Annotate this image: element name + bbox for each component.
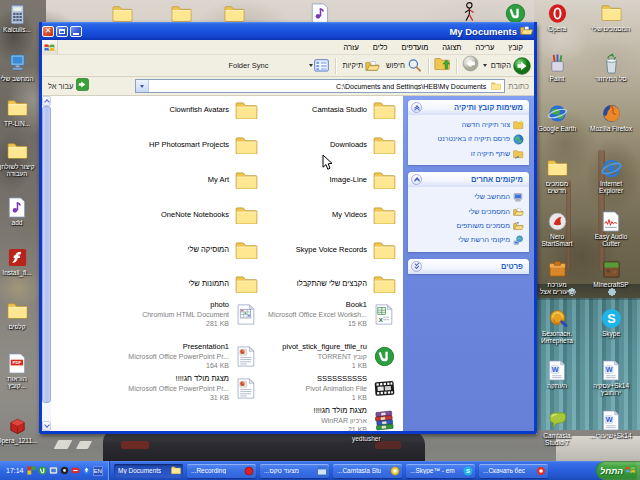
desktop-icon-left-5[interactable]: Install_fl...: [0, 246, 40, 276]
address-field[interactable]: C:\Documents and Settings\HEB\My Documen…: [135, 79, 505, 93]
collapse-chevron-icon[interactable]: [411, 102, 422, 113]
red-msg-tray-icon[interactable]: [71, 466, 80, 475]
desktop-icon-right-14[interactable]: MinecraftSP: [588, 258, 634, 288]
file-tile-r-4[interactable]: Skype Voice Records: [296, 233, 397, 267]
titlebar[interactable]: ✕ My Documents: [39, 22, 537, 40]
file-tile-l-8[interactable]: מצגת מולד חג!!!!Microsoft Office PowerPo…: [128, 371, 259, 405]
section-header[interactable]: מיקומים אחרים: [408, 172, 529, 187]
taskpane-link[interactable]: המחשב שלי: [412, 192, 524, 203]
folder-sync-button[interactable]: Folder Sync: [228, 61, 268, 70]
go-button[interactable]: עבור אל: [42, 77, 93, 95]
clock[interactable]: 17:14: [0, 467, 27, 474]
file-tile-r-5[interactable]: הקבצים שלי שהתקבלו: [297, 267, 397, 301]
views-button[interactable]: [306, 59, 332, 72]
scroll-down-button[interactable]: [42, 421, 51, 431]
black-disc-tray-icon[interactable]: [60, 466, 69, 475]
scrollbar-thumb[interactable]: [42, 106, 51, 403]
file-tile-r-0[interactable]: Camtasia Studio: [312, 96, 397, 127]
desktop-icon-right-1[interactable]: Paint: [534, 52, 580, 82]
collapse-chevron-icon[interactable]: [411, 174, 422, 185]
desktop-icon-right-17[interactable]: W...שיעורי+Sk14: [588, 409, 634, 439]
desktop-icon-left-1[interactable]: המחשב שלי: [0, 52, 40, 82]
file-tile-r-7[interactable]: pivot_stick_figure_tfile_ruקובץ TORRENT1…: [282, 339, 397, 373]
desktop-icon-right-3[interactable]: מסמכיםחדשים: [534, 157, 580, 194]
desktop-icon-right-9[interactable]: המסמכים שלי: [588, 2, 634, 32]
blue-update-tray-icon[interactable]: [82, 466, 91, 475]
address-text[interactable]: C:\Documents and Settings\HEB\My Documen…: [149, 83, 489, 90]
desktop-icon-right-8[interactable]: CamtasiaStudio 7: [534, 409, 580, 446]
desktop-icon-right-7[interactable]: Wהעתקה: [534, 359, 580, 389]
desktop-icon-right-6[interactable]: Безопасн.Интернета: [534, 307, 580, 344]
file-tile-l-1[interactable]: HP Photosmart Projects: [149, 128, 259, 162]
section-header[interactable]: פרטים: [408, 259, 529, 274]
taskbar-button-5[interactable]: ...Скачать бес: [479, 464, 548, 478]
taskpane-link[interactable]: המסמכים שלי: [412, 207, 524, 217]
close-button[interactable]: ✕: [42, 26, 54, 37]
file-tile-l-4[interactable]: המוסיקה שלי: [188, 233, 259, 267]
desktop-icon-left-2[interactable]: TP-LIN...: [0, 97, 40, 127]
folders-button[interactable]: תיקיות: [339, 59, 383, 73]
address-dropdown-button[interactable]: [136, 80, 149, 92]
file-tile-l-2[interactable]: My Art: [208, 163, 259, 197]
file-tile-l-5[interactable]: התמונות שלי: [188, 267, 259, 301]
utorrent-tray-tray-icon[interactable]: [38, 466, 47, 475]
menu-item-4[interactable]: כלים: [366, 40, 395, 55]
expand-chevron-icon[interactable]: [411, 261, 422, 272]
desktop-icon-left-0[interactable]: Kalculis...: [0, 3, 40, 33]
desktop-icon-right-2[interactable]: Google Earth: [534, 102, 580, 132]
menu-item-3[interactable]: מועדפים: [394, 40, 435, 55]
menu-item-5[interactable]: עזרה: [336, 40, 365, 55]
file-tile-l-3[interactable]: OneNote Notebooks: [161, 198, 259, 232]
start-button[interactable]: התחל: [596, 461, 640, 480]
desktop-icon-label[interactable]: yedtusher: [352, 435, 381, 442]
desktop-icon-right-0[interactable]: Opera: [534, 2, 580, 32]
taskbar-button-3[interactable]: ...Camtasia Stu: [333, 464, 402, 478]
file-tile-r-6[interactable]: XBook1Microsoft Office Excel Worksh...15…: [268, 297, 397, 331]
desktop-icon-right-12[interactable]: InternetExplorer: [588, 157, 634, 194]
taskpane-link[interactable]: פרסם תיקיה זו באינטרנט: [412, 134, 524, 145]
back-button[interactable]: הקודם: [489, 57, 534, 75]
desktop-icon-top-4[interactable]: [446, 1, 492, 23]
back-history-dropdown[interactable]: [481, 64, 489, 67]
desktop-icon-left-3[interactable]: קיצור לשולחןהעבודה: [0, 140, 40, 177]
file-tile-l-6[interactable]: photoChromium HTML Document281 KB: [142, 297, 259, 331]
maximize-button[interactable]: [56, 26, 68, 37]
avg-tray-icon[interactable]: [27, 466, 36, 475]
desktop-icon-left-8[interactable]: Opera_1211...: [0, 414, 40, 444]
file-tile-r-1[interactable]: Downloads: [330, 128, 397, 162]
taskpane-link[interactable]: מיקומי הרשת שלי: [412, 235, 524, 246]
desktop-icon-right-16[interactable]: Wעסקיה+Sk14ירוחובץ: [588, 359, 634, 396]
file-tile-r-8[interactable]: SSSSSSSSSSPivot Animation File1 KB: [306, 371, 397, 405]
taskbar-button-4[interactable]: S ...Skype™ - em: [406, 464, 475, 478]
taskbar-button-2[interactable]: ...מצעד טקס: [260, 464, 329, 478]
section-header[interactable]: משימות קובץ ותיקיה: [408, 100, 529, 115]
file-tile-l-7[interactable]: Presentation1Microsoft Office PowerPoint…: [128, 339, 259, 373]
desktop-icon-left-7[interactable]: PDFהוראותקובץ...: [0, 352, 40, 389]
desktop-icon-right-5[interactable]: מערכתשיעורים אצל: [534, 258, 580, 295]
desktop-icon-top-5[interactable]: [492, 2, 538, 24]
file-tile-r-3[interactable]: My Videos: [332, 198, 397, 232]
white-chip-tray-icon[interactable]: [49, 466, 58, 475]
file-tile-r-2[interactable]: Image-Line: [329, 163, 397, 197]
file-tile-l-0[interactable]: Clownfish Avatars: [170, 96, 259, 127]
search-button[interactable]: חיפוש: [383, 58, 425, 73]
scroll-up-button[interactable]: [42, 96, 51, 106]
forward-button[interactable]: [460, 55, 481, 76]
desktop-icon-right-11[interactable]: Mozilla Firefox: [588, 102, 634, 132]
language-indicator[interactable]: EN: [93, 466, 103, 476]
desktop-icon-right-4[interactable]: NeroStartSmart: [534, 210, 580, 247]
desktop-icon-left-4[interactable]: add: [0, 196, 40, 226]
desktop-icon-top-3[interactable]: [297, 2, 343, 24]
taskbar-button-0[interactable]: My Documents: [114, 464, 183, 478]
taskpane-link[interactable]: מסמכים משותפים: [412, 221, 524, 231]
taskpane-link[interactable]: שתף תיקיה זו: [412, 149, 524, 159]
minimize-button[interactable]: [70, 26, 82, 37]
desktop-icon-right-13[interactable]: Easy AudioCutter: [588, 210, 634, 247]
taskbar-button-1[interactable]: ...Recording: [187, 464, 256, 478]
up-button[interactable]: [432, 56, 453, 75]
menu-item-1[interactable]: עריכה: [468, 40, 501, 55]
menu-item-2[interactable]: תצוגה: [435, 40, 468, 55]
desktop-icon-left-6[interactable]: קלפים: [0, 300, 40, 330]
vertical-scrollbar[interactable]: [42, 96, 51, 431]
desktop-icon-right-10[interactable]: סל המיחזור: [588, 52, 634, 82]
